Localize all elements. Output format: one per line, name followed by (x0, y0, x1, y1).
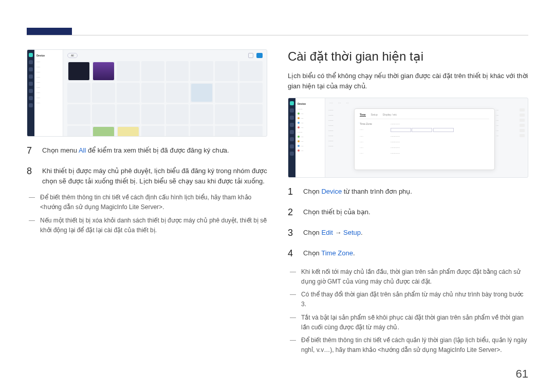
step-4: 4 Chọn Time Zone. (288, 247, 528, 261)
dash-icon: ― (27, 216, 35, 235)
note-text: Để biết thêm thông tin chi tiết về cách … (40, 193, 267, 212)
note-text: Nếu một thiết bị bị xóa khỏi danh sách t… (40, 216, 267, 235)
step-number: 2 (288, 206, 295, 220)
time-setup-screenshot: Device ······· ···· ···· ···· ···· ·····… (288, 98, 528, 178)
ui-device: Device (321, 188, 342, 195)
step-number: 7 (27, 144, 34, 158)
dash-icon: ― (288, 313, 296, 332)
modal-tab-setup: Setup (371, 113, 378, 117)
note-text: Tắt và bật lại sản phẩm sẽ khôi phục cài… (301, 313, 528, 332)
two-column-layout: Device ························· ·······… (27, 49, 528, 361)
device-grid-screenshot: Device ························· ·······… (27, 49, 267, 137)
right-notes: ―Khi kết nối tới máy chủ lần đầu, thời g… (288, 267, 528, 356)
left-notes: ―Để biết thêm thông tin chi tiết về cách… (27, 193, 267, 235)
modal-tab-display: Display / etc (383, 113, 397, 117)
dash-icon: ― (288, 290, 296, 309)
list-view-icon (248, 53, 253, 58)
right-column: Cài đặt thời gian hiện tại Lịch biểu có … (288, 49, 528, 361)
section-title: Cài đặt thời gian hiện tại (288, 49, 528, 64)
step-number: 8 (27, 164, 34, 186)
device-sidebar: Device ······· ···· ···· ···· ···· ·····… (295, 98, 325, 177)
step-8: 8 Khi thiết bị được máy chủ phê duyệt, l… (27, 164, 267, 186)
toolbar: All (67, 53, 263, 58)
ui-edit: Edit (321, 229, 332, 236)
ui-setup: Setup (343, 229, 361, 236)
setup-main: ············· ··························… (325, 98, 528, 177)
nav-rail (27, 50, 34, 136)
ui-all: All (79, 146, 86, 154)
field-label: Time Zone (360, 122, 391, 125)
step-number: 3 (288, 226, 295, 240)
dash-icon: ― (288, 267, 296, 287)
step-3: 3 Chọn Edit → Setup. (288, 226, 528, 240)
dash-icon: ― (288, 335, 296, 355)
step-7: 7 Chọn menu All để kiểm tra xem thiết bị… (27, 144, 267, 158)
device-list-left: ···························· ···········… (328, 108, 353, 170)
step-number: 1 (288, 185, 295, 199)
dash-icon: ― (27, 193, 35, 212)
device-grid-main: All ‹ 1 › (63, 50, 267, 136)
ui-timezone: Time Zone (321, 249, 353, 257)
step-text: Khi thiết bị được máy chủ phê duyệt, lịc… (42, 164, 267, 186)
step-2: 2 Chọn thiết bị của bạn. (288, 206, 528, 220)
section-intro: Lịch biểu có thể không chạy nếu thời gia… (288, 71, 528, 91)
note-text: Để biết thêm thông tin chi tiết về cách … (301, 335, 528, 355)
grid-view-icon (256, 53, 263, 58)
step-1: 1 Chọn Device từ thanh trình đơn phụ. (288, 185, 528, 199)
modal-tab-time: Time (360, 113, 366, 117)
nav-rail (288, 98, 295, 177)
page-number: 61 (516, 367, 528, 381)
sidebar-title: Device (298, 102, 323, 105)
edit-modal: Time Setup Display / etc Time Zone······… (354, 108, 495, 170)
chip-all: All (67, 53, 78, 58)
device-sidebar: Device ························· ·······… (34, 50, 63, 136)
thumb-grid (67, 61, 263, 137)
device-list-right: ···· ···· ···· ···· ···· ···· (496, 108, 525, 170)
step-text: Chọn menu All để kiểm tra xem thiết bị đ… (42, 144, 267, 158)
left-column: Device ························· ·······… (27, 49, 267, 361)
note-text: Có thể thay đổi thời gian đặt trên sản p… (301, 290, 528, 309)
field-input (391, 128, 411, 132)
sidebar-title: Device (36, 54, 61, 57)
section-tab-marker (27, 28, 72, 35)
step-number: 4 (288, 247, 295, 261)
top-divider (27, 35, 528, 35)
note-text: Khi kết nối tới máy chủ lần đầu, thời gi… (301, 267, 528, 287)
